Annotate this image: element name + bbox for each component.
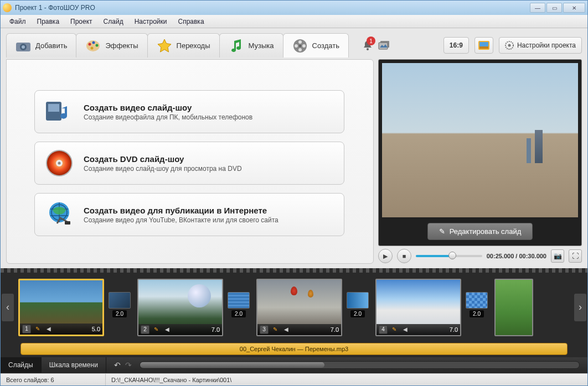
camera-small-icon: 📷 bbox=[554, 252, 562, 260]
slide-thumb-1[interactable]: 1 ✎ ◀ 5.0 bbox=[18, 279, 104, 336]
slide-number: 3 bbox=[260, 325, 269, 334]
tab-transitions[interactable]: Переходы bbox=[147, 33, 220, 58]
svg-point-2 bbox=[22, 45, 25, 49]
slide-thumb-4[interactable]: 4 ✎ ◀ 7.0 bbox=[375, 279, 461, 336]
aspect-ratio-button[interactable]: 16:9 bbox=[443, 37, 469, 54]
edit-icon[interactable]: ✎ bbox=[390, 325, 399, 334]
card-title: Создать видео для публикации в Интернете bbox=[84, 206, 278, 215]
notification-badge: 1 bbox=[367, 36, 375, 45]
app-window: Проект 1 - ФотоШОУ PRO — ▭ ✕ Файл Правка… bbox=[0, 0, 588, 386]
slide-thumb-5[interactable] bbox=[494, 279, 533, 336]
svg-rect-29 bbox=[65, 221, 70, 225]
edit-icon[interactable]: ✎ bbox=[152, 325, 161, 334]
aspect-label: 16:9 bbox=[450, 41, 463, 49]
tab-music[interactable]: Музыка bbox=[219, 33, 283, 58]
timeline-prev-button[interactable]: ‹ bbox=[2, 294, 14, 321]
stop-button[interactable]: ■ bbox=[397, 249, 411, 263]
transition-duration: 2.0 bbox=[470, 310, 484, 317]
menu-file[interactable]: Файл bbox=[4, 16, 32, 27]
tab-label: Создать bbox=[312, 41, 339, 50]
pencil-icon: ✎ bbox=[439, 227, 445, 236]
slide-thumb-2[interactable]: 2 ✎ ◀ 7.0 bbox=[137, 279, 223, 336]
video-device-icon bbox=[45, 97, 74, 126]
create-video-card[interactable]: Создать видео слайд-шоу Создание видеофа… bbox=[34, 90, 344, 133]
slide-number: 4 bbox=[379, 325, 388, 334]
edit-slide-button[interactable]: ✎ Редактировать слайд bbox=[427, 223, 533, 240]
star-icon bbox=[157, 38, 172, 54]
slide-duration: 7.0 bbox=[331, 326, 339, 333]
svg-point-11 bbox=[298, 48, 302, 51]
transition-1[interactable]: 2.0 bbox=[107, 292, 132, 323]
transition-duration: 2.0 bbox=[112, 310, 127, 317]
dvd-icon bbox=[45, 149, 74, 178]
menu-edit[interactable]: Правка bbox=[32, 16, 65, 27]
create-dvd-card[interactable]: Создать DVD слайд-шоу Создание видео сла… bbox=[34, 142, 344, 185]
svg-rect-23 bbox=[48, 104, 59, 112]
slide-thumb-3[interactable]: 3 ✎ ◀ 7.0 bbox=[256, 279, 342, 336]
slide-number: 2 bbox=[141, 325, 149, 334]
transition-4[interactable]: 2.0 bbox=[465, 292, 489, 323]
maximize-button[interactable]: ▭ bbox=[546, 3, 562, 13]
timeline-scrollbar[interactable] bbox=[140, 361, 580, 369]
transition-3[interactable]: 2.0 bbox=[345, 292, 370, 323]
menu-project[interactable]: Проект bbox=[65, 16, 98, 27]
seek-slider[interactable] bbox=[416, 255, 482, 257]
timeline: ‹ › 1 ✎ ◀ 5.0 2.0 bbox=[1, 268, 587, 373]
play-button[interactable]: ▶ bbox=[378, 249, 393, 263]
close-button[interactable]: ✕ bbox=[563, 3, 585, 13]
redo-button[interactable]: ↷ bbox=[125, 361, 132, 369]
create-web-card[interactable]: Создать видео для публикации в Интернете… bbox=[34, 193, 344, 236]
tab-effects[interactable]: Эффекты bbox=[76, 33, 147, 58]
timeline-next-button[interactable]: › bbox=[574, 294, 586, 321]
menu-slide[interactable]: Слайд bbox=[98, 16, 129, 27]
tab-add[interactable]: Добавить bbox=[6, 33, 76, 58]
status-slide-count: Всего слайдов: 6 bbox=[1, 374, 106, 385]
palette-icon bbox=[85, 38, 101, 54]
window-title: Проект 1 - ФотоШОУ PRO bbox=[15, 4, 529, 12]
snapshot-button[interactable]: 📷 bbox=[551, 249, 564, 263]
fullscreen-icon: ⛶ bbox=[572, 252, 579, 260]
svg-point-14 bbox=[367, 48, 369, 50]
edit-slide-label: Редактировать слайд bbox=[450, 227, 522, 236]
svg-rect-18 bbox=[479, 42, 488, 46]
svg-point-10 bbox=[302, 44, 306, 48]
menu-help[interactable]: Справка bbox=[172, 16, 209, 27]
globe-icon bbox=[45, 200, 74, 229]
slide-number: 1 bbox=[22, 325, 31, 333]
svg-point-6 bbox=[96, 44, 99, 46]
transition-duration: 2.0 bbox=[350, 310, 365, 317]
svg-point-7 bbox=[91, 46, 94, 49]
card-title: Создать видео слайд-шоу bbox=[84, 103, 252, 112]
edit-icon[interactable]: ✎ bbox=[33, 325, 42, 333]
preview-image bbox=[382, 63, 578, 217]
edit-icon[interactable]: ✎ bbox=[271, 325, 280, 334]
expand-icon[interactable]: ◀ bbox=[401, 325, 410, 334]
expand-icon[interactable]: ◀ bbox=[44, 325, 53, 333]
slide-duration: 7.0 bbox=[450, 326, 458, 333]
svg-point-5 bbox=[92, 41, 95, 44]
statusbar: Всего слайдов: 6 D:\!_СКАЧАНО\!!!_Скачан… bbox=[1, 373, 587, 385]
gallery-icon[interactable] bbox=[378, 40, 391, 51]
mode-slides-tab[interactable]: Слайды bbox=[1, 357, 42, 373]
project-settings-label: Настройки проекта bbox=[517, 41, 576, 49]
menu-settings[interactable]: Настройки bbox=[129, 16, 173, 27]
main-tabs: Добавить Эффекты Переходы Музыка Создать bbox=[6, 33, 348, 58]
color-theme-button[interactable] bbox=[474, 37, 493, 54]
tab-create[interactable]: Создать bbox=[283, 33, 349, 58]
preview-panel: ✎ Редактировать слайд ▶ ■ 00:25.000 / 00… bbox=[378, 59, 587, 268]
notifications-button[interactable]: 1 bbox=[362, 40, 373, 51]
camera-icon bbox=[16, 38, 31, 54]
minimize-button[interactable]: — bbox=[530, 3, 545, 13]
fullscreen-button[interactable]: ⛶ bbox=[569, 249, 582, 263]
slide-duration: 7.0 bbox=[212, 326, 220, 333]
expand-icon[interactable]: ◀ bbox=[163, 325, 172, 334]
undo-button[interactable]: ↶ bbox=[114, 361, 121, 369]
titlebar: Проект 1 - ФотоШОУ PRO — ▭ ✕ bbox=[1, 1, 587, 15]
project-settings-button[interactable]: Настройки проекта bbox=[499, 37, 582, 54]
audio-track[interactable]: 00_Сергей Чекалин — Перемены.mp3 bbox=[20, 343, 568, 355]
timeline-controls: Слайды Шкала времени ↶ ↷ bbox=[1, 357, 587, 373]
mode-timeline-tab[interactable]: Шкала времени bbox=[42, 357, 106, 373]
transition-2[interactable]: 2.0 bbox=[226, 292, 251, 323]
tab-label: Эффекты bbox=[105, 41, 138, 50]
expand-icon[interactable]: ◀ bbox=[282, 325, 291, 334]
